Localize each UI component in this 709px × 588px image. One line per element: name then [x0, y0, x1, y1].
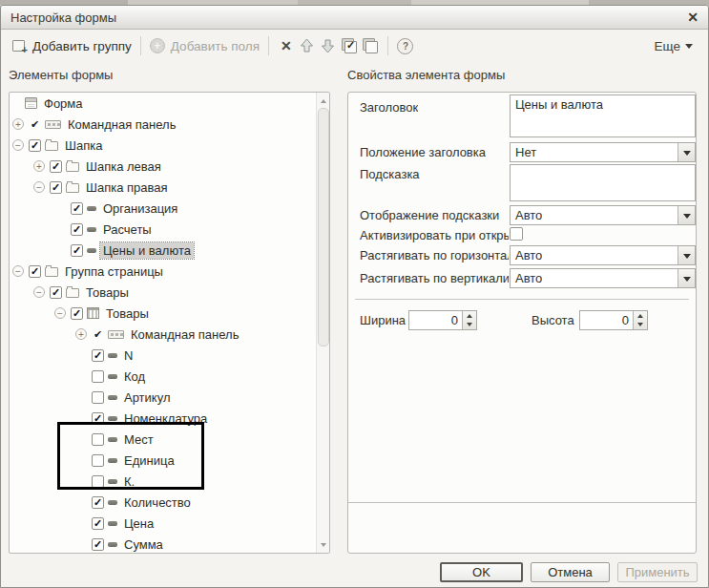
tree-expander-plus-icon[interactable]: +	[12, 118, 24, 130]
tooltip-display-select[interactable]: Авто	[510, 205, 696, 225]
tree-item-label[interactable]: Товары	[86, 285, 129, 300]
tree-item[interactable]: −✓Группа страницы	[10, 261, 329, 282]
tree-item-label[interactable]: Цена	[124, 516, 154, 531]
title-input[interactable]: Цены и валюта	[510, 94, 696, 137]
tree-item-label[interactable]: Организация	[103, 201, 177, 216]
width-stepper[interactable]: 0	[408, 310, 477, 330]
tree-item[interactable]: Артикул	[10, 387, 329, 408]
tree-scrollbar[interactable]	[316, 93, 329, 553]
tree-expander-minus-icon[interactable]: −	[12, 139, 24, 151]
tree-item-label[interactable]: Командная панель	[68, 117, 176, 132]
dialog-titlebar[interactable]: Настройка формы ✕	[1, 6, 708, 30]
tree-item-label[interactable]: Сумма	[124, 537, 163, 552]
spin-down-icon[interactable]	[463, 321, 476, 330]
tree-item-checkbox[interactable]: ✓	[71, 202, 83, 215]
tree-item[interactable]: ✓Цены и валюта	[10, 240, 329, 261]
folder-icon	[66, 183, 79, 193]
width-value: 0	[409, 311, 462, 329]
tree-item-checkbox[interactable]	[92, 391, 104, 404]
title-position-select[interactable]: Нет	[510, 142, 696, 162]
ok-button[interactable]: OK	[440, 562, 523, 582]
tree-item[interactable]: ✓Организация	[10, 198, 329, 219]
tree-item[interactable]: Код	[10, 366, 329, 387]
tree-item[interactable]: −✓Шапка правая	[10, 177, 329, 198]
stretch-vertical-select[interactable]: Авто	[510, 268, 696, 288]
tree-item-label[interactable]: Код	[124, 369, 145, 384]
delete-button[interactable]: ✕	[276, 35, 297, 56]
tree-expander-minus-icon[interactable]: −	[33, 181, 45, 193]
tree-item[interactable]: ✓Цена	[10, 513, 329, 534]
scrollbar-thumb[interactable]	[318, 108, 329, 346]
tree-item-label[interactable]: Шапка правая	[86, 180, 168, 195]
tree-item-label[interactable]: Расчеты	[103, 222, 152, 237]
tree-item[interactable]: ✓Расчеты	[10, 219, 329, 240]
cancel-button[interactable]: Отмена	[531, 562, 610, 582]
commandbar-icon	[108, 330, 124, 339]
tree-item-checkbox[interactable]: ✓	[92, 496, 104, 509]
field-icon	[108, 500, 117, 505]
tree-item-label[interactable]: Количество	[124, 495, 191, 510]
tree-expander-plus-icon[interactable]: +	[33, 160, 45, 172]
tree-item-label[interactable]: Командная панель	[131, 327, 239, 342]
move-up-button[interactable]	[297, 35, 318, 56]
stretch-vertical-value: Авто	[511, 269, 678, 287]
spin-up-icon[interactable]	[463, 311, 476, 321]
dropdown-arrow-icon[interactable]	[678, 143, 695, 161]
scroll-up-icon[interactable]	[317, 94, 329, 107]
add-group-button[interactable]: + Добавить группу	[12, 39, 132, 53]
tree-item[interactable]: ✓Количество	[10, 492, 329, 513]
move-down-button[interactable]	[318, 35, 339, 56]
tree-item-label[interactable]: Цены и валюта	[100, 242, 194, 259]
close-icon[interactable]: ✕	[687, 10, 699, 25]
tree-item-label[interactable]: Группа страницы	[65, 264, 163, 279]
tree-item-checkbox[interactable]: ✓	[71, 244, 83, 257]
height-stepper[interactable]: 0	[579, 310, 648, 330]
stretch-horizontal-select[interactable]: Авто	[510, 245, 696, 265]
scroll-down-icon[interactable]	[317, 538, 329, 552]
check-all-button[interactable]: ✓	[339, 35, 360, 56]
activate-on-open-checkbox[interactable]	[510, 227, 523, 241]
tree-item-checkbox[interactable]: ✓	[92, 517, 104, 530]
tree-item-checkbox[interactable]: ✓	[50, 160, 62, 173]
tree-item-checkbox[interactable]: ✓	[50, 181, 62, 194]
tree-item-label[interactable]: Артикул	[124, 390, 170, 405]
dropdown-arrow-icon[interactable]	[678, 206, 695, 224]
tree-item[interactable]: −✓Товары	[10, 282, 329, 303]
dropdown-arrow-icon[interactable]	[678, 246, 695, 264]
spin-up-icon[interactable]	[634, 311, 647, 321]
tree-item-checkbox[interactable]: ✓	[71, 307, 83, 320]
tree-item[interactable]: −✓Шапка	[10, 135, 329, 156]
tree-item-label[interactable]: N	[124, 348, 133, 363]
spin-down-icon[interactable]	[634, 321, 647, 330]
tree-expander-plus-icon[interactable]: +	[75, 328, 87, 340]
uncheck-all-button[interactable]	[360, 35, 381, 56]
tree-item[interactable]: +✓Шапка левая	[10, 156, 329, 177]
tree-item-checkbox[interactable]: ✓	[92, 349, 104, 362]
tooltip-display-label: Отображение подсказки	[360, 208, 499, 222]
tree-item[interactable]: ✓N	[10, 345, 329, 366]
tree-expander-minus-icon[interactable]: −	[54, 307, 66, 319]
tree-item-label[interactable]: Шапка	[65, 138, 102, 153]
toolbar-separator	[387, 36, 388, 55]
more-button[interactable]: Еще	[655, 30, 693, 62]
tree-item-checkbox[interactable]: ✓	[71, 223, 83, 236]
tree-item-checkbox[interactable]	[92, 370, 104, 383]
help-button[interactable]: ?	[395, 35, 416, 56]
tree-item-label[interactable]: Товары	[106, 306, 149, 321]
tooltip-input[interactable]	[510, 164, 696, 201]
tree-expander-minus-icon[interactable]: −	[12, 265, 24, 277]
tree-item-label[interactable]: Форма	[44, 96, 83, 111]
tree-item-checkbox[interactable]: ✓	[92, 538, 104, 551]
dropdown-arrow-icon[interactable]	[678, 269, 695, 287]
tree-item-checkbox[interactable]: ✓	[50, 286, 62, 299]
tree-item-checkbox[interactable]: ✓	[29, 265, 41, 278]
tree-item-label[interactable]: Шапка левая	[86, 159, 161, 174]
tree-item-checkbox[interactable]: ✓	[29, 139, 41, 152]
tree-item[interactable]: −✓Товары	[10, 303, 329, 324]
tree-item[interactable]: Форма	[10, 93, 329, 114]
tree-item[interactable]: +✔Командная панель	[10, 324, 329, 345]
tree-expander-spacer	[75, 391, 87, 403]
tree-item[interactable]: ✓Сумма	[10, 534, 329, 554]
tree-item[interactable]: +✔Командная панель	[10, 114, 329, 135]
tree-expander-minus-icon[interactable]: −	[33, 286, 45, 298]
